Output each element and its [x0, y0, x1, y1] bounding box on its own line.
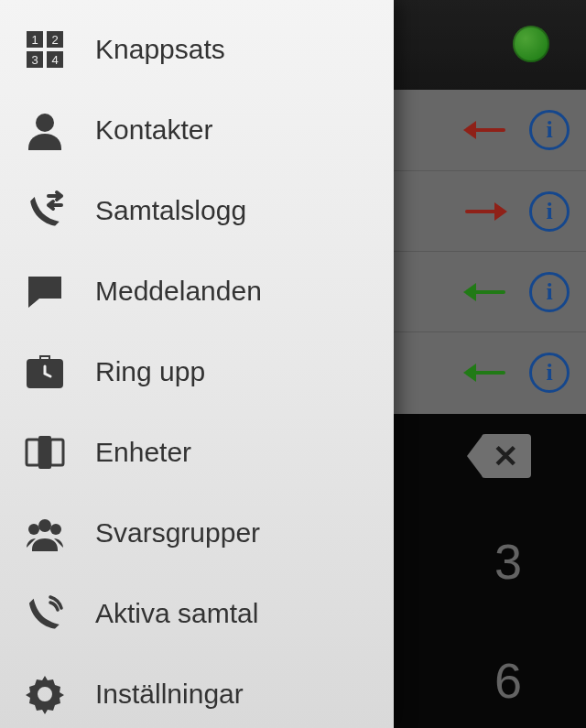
drawer-item-devices[interactable]: Enheter [0, 412, 394, 493]
svg-text:3: 3 [31, 53, 38, 67]
drawer-item-label: Meddelanden [95, 276, 262, 307]
drawer-item-label: Enheter [95, 437, 191, 468]
svg-text:2: 2 [51, 33, 58, 47]
svg-rect-9 [27, 440, 39, 465]
gear-icon [20, 669, 70, 719]
drawer-item-contacts[interactable]: Kontakter [0, 90, 394, 170]
svg-text:4: 4 [51, 53, 58, 67]
svg-text:1: 1 [31, 33, 38, 47]
drawer-item-label: Svarsgrupper [95, 517, 260, 549]
drawer-item-calllog[interactable]: Samtalslogg [0, 170, 394, 251]
drawer-item-settings[interactable]: Inställningar [0, 654, 394, 728]
drawer-item-label: Knappsats [95, 34, 225, 65]
person-icon [20, 105, 70, 155]
svg-point-12 [28, 524, 39, 535]
drawer-item-groups[interactable]: Svarsgrupper [0, 493, 394, 573]
drawer-item-label: Inställningar [95, 679, 244, 710]
drawer-item-messages[interactable]: Meddelanden [0, 251, 394, 331]
svg-rect-11 [50, 440, 63, 465]
message-icon [20, 266, 70, 316]
app-root: { "drawer": { "items": [ { "id": "keypad… [0, 0, 586, 728]
svg-point-8 [36, 114, 54, 132]
navigation-drawer: 1 2 3 4 Knappsats Kontakter [0, 0, 394, 728]
calllog-icon [20, 186, 70, 235]
drawer-menu: 1 2 3 4 Knappsats Kontakter [0, 0, 394, 728]
drawer-item-keypad[interactable]: 1 2 3 4 Knappsats [0, 9, 394, 90]
keypad-icon: 1 2 3 4 [20, 25, 70, 74]
drawer-item-callback[interactable]: Ring upp [0, 331, 394, 412]
drawer-item-active-calls[interactable]: Aktiva samtal [0, 573, 394, 654]
drawer-item-label: Aktiva samtal [95, 598, 258, 629]
svg-point-14 [38, 519, 51, 532]
drawer-item-label: Samtalslogg [95, 195, 246, 226]
group-icon [20, 508, 70, 558]
active-call-icon [20, 589, 70, 638]
svg-point-13 [50, 524, 61, 535]
drawer-item-label: Ring upp [95, 356, 205, 387]
briefcase-icon [20, 347, 70, 397]
devices-icon [20, 428, 70, 477]
drawer-item-label: Kontakter [95, 114, 212, 146]
